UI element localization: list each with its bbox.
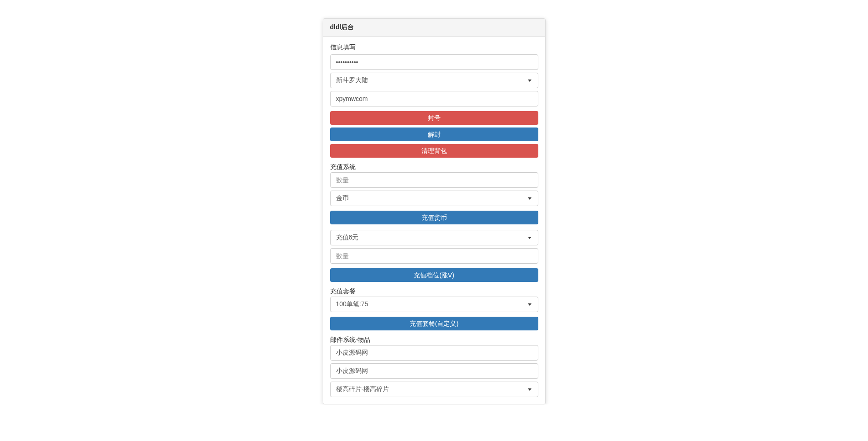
mail-item-select-value: 楼高碎片-楼高碎片 (336, 385, 389, 393)
section-label-mail: 邮件系统-物品 (330, 336, 538, 344)
unban-button[interactable]: 解封 (330, 128, 538, 141)
account-input[interactable] (330, 91, 538, 106)
password-input[interactable] (330, 54, 538, 70)
package-select[interactable]: 100单笔:75 (330, 297, 538, 312)
chevron-down-icon (528, 197, 531, 200)
game-select-value: 新斗罗大陆 (336, 76, 368, 84)
tier-select[interactable]: 充值6元 (330, 230, 538, 245)
mail-input-1[interactable] (330, 345, 538, 361)
mail-item-select[interactable]: 楼高碎片-楼高碎片 (330, 382, 538, 397)
section-label-package: 充值套餐 (330, 287, 538, 296)
tier-qty-input[interactable] (330, 248, 538, 264)
mail-input-2[interactable] (330, 363, 538, 379)
panel-body: 信息填写 新斗罗大陆 封号 解封 清理背包 充值系统 金币 充值货币 充值6元 … (323, 37, 545, 404)
currency-select[interactable]: 金币 (330, 191, 538, 206)
chevron-down-icon (528, 388, 531, 391)
recharge-qty-input[interactable] (330, 172, 538, 188)
package-select-value: 100单笔:75 (336, 300, 368, 308)
charge-package-button[interactable]: 充值套餐(自定义) (330, 317, 538, 330)
currency-select-value: 金币 (336, 194, 349, 202)
section-label-recharge: 充值系统 (330, 163, 538, 171)
panel-title: dldl后台 (323, 19, 545, 37)
charge-tier-button[interactable]: 充值档位(涨V) (330, 268, 538, 282)
admin-panel: dldl后台 信息填写 新斗罗大陆 封号 解封 清理背包 充值系统 金币 充值货… (323, 18, 546, 404)
tier-select-value: 充值6元 (336, 234, 359, 241)
charge-currency-button[interactable]: 充值货币 (330, 211, 538, 224)
game-select[interactable]: 新斗罗大陆 (330, 73, 538, 88)
section-label-info: 信息填写 (330, 43, 538, 52)
chevron-down-icon (528, 303, 531, 306)
ban-button[interactable]: 封号 (330, 111, 538, 125)
clear-bag-button[interactable]: 清理背包 (330, 144, 538, 158)
chevron-down-icon (528, 237, 531, 239)
chevron-down-icon (528, 80, 531, 82)
